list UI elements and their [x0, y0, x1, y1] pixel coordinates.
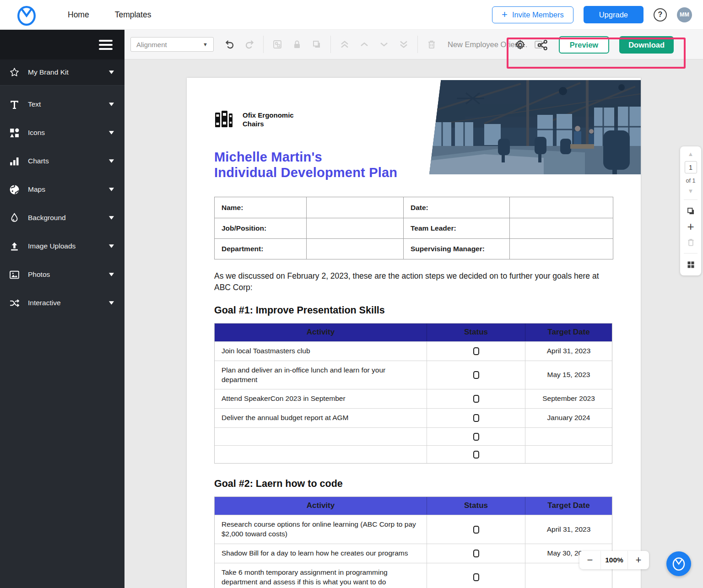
page-controls-panel: ▲ 1 of 1 ▼ + [680, 146, 701, 275]
department-value-cell[interactable] [306, 239, 403, 259]
zoom-level[interactable]: 100% [600, 551, 628, 569]
shuffle-icon [8, 297, 21, 309]
chevron-down-icon [108, 216, 114, 220]
goal1-heading[interactable]: Goal #1: Improve Presentation Skills [214, 305, 613, 316]
chevron-down-icon [108, 301, 114, 305]
sidebar-item-charts[interactable]: Charts [0, 147, 124, 175]
page-grid-view-icon[interactable] [685, 259, 696, 270]
group-frame-icon[interactable] [271, 38, 283, 50]
chevron-down-icon [108, 159, 114, 163]
sidebar-item-my-brand-kit[interactable]: My Brand Kit [0, 59, 124, 86]
page-up-icon[interactable]: ▲ [688, 151, 694, 157]
zoom-in-button[interactable]: + [628, 554, 649, 566]
sidebar-item-image-uploads[interactable]: Image Uploads [0, 232, 124, 260]
page-down-icon[interactable]: ▼ [688, 188, 694, 194]
document-page[interactable]: Ofix Ergonomic Chairs Michelle Martin's … [187, 78, 641, 588]
undo-icon[interactable] [224, 38, 236, 50]
sidebar-item-photos[interactable]: Photos [0, 260, 124, 289]
venngage-logo-icon [672, 556, 686, 571]
design-canvas[interactable]: Ofix Ergonomic Chairs Michelle Martin's … [124, 59, 703, 588]
hamburger-menu-icon[interactable] [99, 38, 113, 52]
upgrade-button[interactable]: Upgrade [584, 6, 644, 23]
status-checkbox[interactable] [473, 347, 479, 355]
download-button[interactable]: Download [619, 36, 674, 54]
shapes-icon [8, 127, 21, 139]
bar-chart-icon [8, 155, 21, 167]
toolbar-divider [417, 36, 418, 53]
status-checkbox[interactable] [473, 414, 479, 422]
caret-down-icon: ▼ [203, 42, 208, 47]
plus-icon: + [502, 10, 508, 20]
upload-icon [8, 240, 21, 253]
duplicate-page-icon[interactable] [685, 205, 696, 216]
avatar[interactable]: MM [677, 7, 692, 22]
status-checkbox[interactable] [473, 573, 479, 581]
alignment-dropdown[interactable]: Alignment ▼ [130, 37, 214, 52]
table-row: Research course options for online learn… [215, 515, 612, 544]
floating-brand-button[interactable] [666, 551, 691, 576]
settings-gear-icon[interactable] [514, 39, 526, 51]
name-value-cell[interactable] [306, 197, 403, 218]
app-window: Home Templates + Invite Members Upgrade … [0, 0, 703, 588]
sidebar-item-icons[interactable]: Icons [0, 119, 124, 147]
toolbar-divider [263, 36, 264, 53]
status-checkbox[interactable] [473, 550, 479, 557]
goal1-table[interactable]: Activity Status Target Date Join local T… [214, 323, 612, 464]
text-icon [8, 98, 21, 111]
help-icon[interactable]: ? [654, 8, 667, 22]
goal2-heading[interactable]: Goal #2: Laern how to code [214, 478, 613, 490]
bring-forward-icon[interactable] [358, 38, 370, 50]
table-row [215, 445, 612, 463]
divider [684, 253, 698, 254]
chevron-down-icon [108, 272, 114, 277]
redo-icon[interactable] [243, 38, 255, 50]
venngage-logo-icon[interactable] [16, 5, 37, 25]
status-checkbox[interactable] [473, 395, 479, 403]
chevron-down-icon [108, 244, 114, 248]
zoom-out-button[interactable]: − [579, 554, 600, 566]
team-leader-value-cell[interactable] [509, 218, 614, 238]
invite-members-button[interactable]: + Invite Members [492, 6, 573, 23]
status-checkbox[interactable] [473, 433, 479, 441]
main-nav: Home Templates [68, 10, 151, 20]
status-checkbox[interactable] [473, 371, 479, 379]
share-icon[interactable] [536, 39, 549, 51]
sidebar-item-text[interactable]: Text [0, 90, 124, 119]
nav-templates[interactable]: Templates [115, 10, 151, 20]
add-page-icon[interactable]: + [687, 221, 694, 232]
supervising-manager-value-cell[interactable] [509, 239, 614, 259]
brand-name: Ofix Ergonomic Chairs [243, 111, 294, 129]
page-count-label: of 1 [686, 178, 696, 184]
bring-to-front-icon[interactable] [339, 38, 351, 50]
date-value-cell[interactable] [509, 197, 614, 218]
chevron-down-icon [108, 102, 114, 107]
nav-home[interactable]: Home [68, 10, 89, 20]
globe-icon [8, 183, 21, 196]
office-photo[interactable] [429, 80, 641, 174]
toolbar-divider [330, 36, 331, 53]
trash-icon[interactable] [426, 38, 438, 50]
chevron-down-icon [108, 70, 114, 75]
status-checkbox[interactable] [473, 451, 479, 459]
employee-info-table[interactable]: Name: Date: Job/Position: Team Leader: [214, 197, 613, 259]
page-number-input[interactable]: 1 [685, 161, 697, 173]
lock-icon[interactable] [291, 38, 303, 50]
table-row: Plan and deliver an in-office lunch and … [215, 361, 612, 389]
sidebar: My Brand Kit Text Icons [0, 30, 124, 588]
sidebar-item-label: My Brand Kit [28, 68, 108, 76]
chevron-down-icon [108, 130, 114, 135]
sidebar-item-maps[interactable]: Maps [0, 175, 124, 204]
job-value-cell[interactable] [306, 218, 403, 238]
goal2-table[interactable]: Activity Status Target Date Research cou… [214, 496, 612, 588]
sidebar-item-interactive[interactable]: Interactive [0, 289, 124, 317]
table-row: Deliver the annual budget report at AGM … [215, 408, 612, 427]
editor-toolbar: Alignment ▼ [124, 30, 703, 59]
delete-page-icon[interactable] [685, 237, 696, 248]
preview-button[interactable]: Preview [559, 36, 609, 54]
send-to-back-icon[interactable] [398, 38, 410, 50]
status-checkbox[interactable] [473, 526, 479, 534]
sidebar-item-background[interactable]: Background [0, 204, 124, 232]
intro-paragraph[interactable]: As we discussed on February 2, 2023, the… [214, 270, 609, 292]
send-backward-icon[interactable] [378, 38, 390, 50]
duplicate-icon[interactable] [311, 38, 323, 50]
